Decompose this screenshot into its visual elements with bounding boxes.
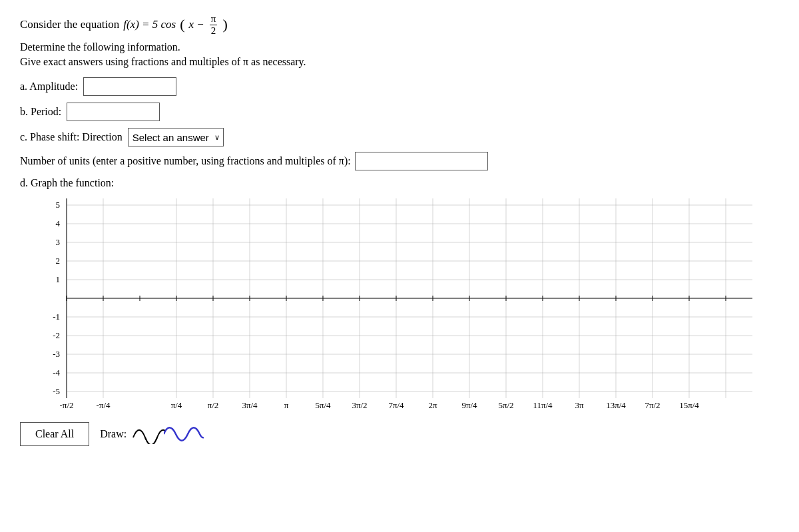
svg-text:1: 1 [56, 274, 61, 284]
svg-text:7π/4: 7π/4 [388, 400, 404, 410]
svg-text:-π/4: -π/4 [96, 400, 111, 410]
svg-text:-1: -1 [53, 312, 60, 322]
wave-icon-1[interactable] [132, 424, 165, 444]
svg-text:5π/4: 5π/4 [315, 400, 331, 410]
svg-text:π: π [284, 400, 289, 410]
equation-prefix: Consider the equation [20, 15, 119, 33]
svg-text:-3: -3 [53, 349, 60, 359]
equation-paren-open: ( [180, 17, 184, 32]
svg-text:3: 3 [56, 237, 61, 247]
number-units-input[interactable] [355, 152, 488, 170]
svg-text:7π/2: 7π/2 [645, 400, 660, 410]
draw-section: Draw: [100, 424, 204, 444]
svg-text:π/4: π/4 [171, 400, 182, 410]
svg-text:5: 5 [56, 200, 61, 210]
number-units-section: Number of units (enter a positive number… [20, 152, 779, 170]
amplitude-label: a. Amplitude: [20, 81, 78, 93]
equation-paren-close: ) [222, 17, 227, 32]
equation-fraction: π 2 [210, 13, 218, 36]
bottom-bar: Clear All Draw: [20, 422, 779, 446]
equation-fx: f(x) = 5 cos [123, 15, 176, 33]
svg-text:-2: -2 [53, 330, 60, 340]
phase-direction-wrapper[interactable]: Select an answer Left Right [128, 128, 224, 146]
draw-label: Draw: [100, 428, 127, 440]
amplitude-input[interactable] [83, 77, 176, 96]
svg-text:9π/4: 9π/4 [461, 400, 477, 410]
svg-text:3π/2: 3π/2 [352, 400, 367, 410]
svg-text:π/2: π/2 [208, 400, 219, 410]
svg-text:11π/4: 11π/4 [533, 400, 553, 410]
phase-shift-label: c. Phase shift: Direction [20, 131, 123, 143]
number-units-label: Number of units (enter a positive number… [20, 155, 351, 167]
phase-direction-select[interactable]: Select an answer Left Right [128, 128, 224, 146]
period-label: b. Period: [20, 106, 61, 118]
svg-text:2π: 2π [428, 400, 437, 410]
svg-text:3π: 3π [575, 400, 584, 410]
svg-text:5π/2: 5π/2 [498, 400, 513, 410]
graph-svg: .grid-line { stroke: #aaa; stroke-width:… [27, 192, 759, 418]
svg-text:-π/2: -π/2 [59, 400, 73, 410]
svg-text:-5: -5 [53, 386, 60, 396]
amplitude-section: a. Amplitude: [20, 77, 779, 96]
graph-title: d. Graph the function: [20, 177, 779, 189]
svg-text:-4: -4 [53, 368, 60, 378]
phase-shift-section: c. Phase shift: Direction Select an answ… [20, 128, 779, 146]
svg-text:2: 2 [56, 256, 61, 266]
period-input[interactable] [67, 103, 160, 121]
fraction-numerator: π [210, 13, 218, 25]
wave-icon-2[interactable] [164, 424, 204, 444]
svg-text:13π/4: 13π/4 [606, 400, 626, 410]
instruction-2: Give exact answers using fractions and m… [20, 56, 779, 68]
svg-text:3π/4: 3π/4 [242, 400, 258, 410]
period-section: b. Period: [20, 103, 779, 121]
fraction-denominator: 2 [210, 25, 218, 37]
graph-section: d. Graph the function: .grid-line { stro… [20, 177, 779, 418]
svg-text:4: 4 [56, 218, 61, 228]
instruction-1: Determine the following information. [20, 41, 779, 53]
svg-text:15π/4: 15π/4 [679, 400, 699, 410]
clear-all-button[interactable]: Clear All [20, 422, 89, 446]
equation-arg: x − [189, 15, 204, 33]
